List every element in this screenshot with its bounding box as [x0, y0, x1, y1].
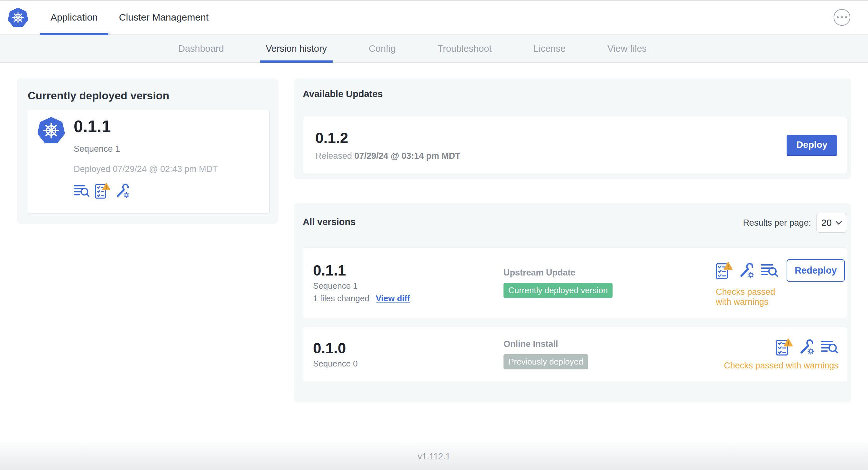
- subnav-dashboard-label: Dashboard: [178, 43, 224, 54]
- released-prefix: Released: [315, 151, 354, 161]
- view-logs-icon[interactable]: [821, 340, 838, 354]
- subnav-config-label: Config: [369, 43, 396, 54]
- subnav-license-label: License: [533, 43, 566, 54]
- row-source-info: Online Install Previously deployed: [503, 339, 716, 369]
- update-released-line: Released 07/29/24 @ 03:14 pm MDT: [315, 151, 460, 161]
- redeploy-button[interactable]: Redeploy: [786, 259, 845, 282]
- version-row-0-1-0: 0.1.0 Sequence 0 Online Install Previous…: [303, 327, 847, 382]
- subnav-troubleshoot-label: Troubleshoot: [438, 43, 492, 54]
- kubernetes-app-icon: [38, 117, 65, 144]
- row-version-number: 0.1.1: [313, 262, 503, 278]
- currently-deployed-panel: Currently deployed version 0.1.1 Sequenc…: [17, 78, 278, 224]
- available-updates-panel: Available Updates 0.1.2 Released 07/29/2…: [294, 78, 851, 179]
- edit-config-icon[interactable]: [739, 262, 754, 278]
- app-footer: v1.112.1: [0, 443, 868, 470]
- row-files-changed-line: 1 files changed View diff: [313, 294, 503, 303]
- all-versions-panel: All versions Results per page: 20 0.1.1 …: [294, 203, 851, 402]
- preflight-checks-warning-icon[interactable]: [95, 182, 110, 199]
- files-changed-text: 1 files changed: [313, 294, 369, 303]
- overflow-menu-button[interactable]: [834, 9, 850, 26]
- main-content: Currently deployed version 0.1.1 Sequenc…: [0, 63, 868, 443]
- tab-application[interactable]: Application: [40, 0, 108, 35]
- status-badge: Currently deployed version: [503, 283, 613, 298]
- tab-cluster-management[interactable]: Cluster Management: [108, 0, 219, 35]
- chevron-down-icon: [836, 221, 842, 225]
- view-logs-icon[interactable]: [761, 263, 778, 277]
- row-actions: Checks passed with warnings: [716, 338, 838, 371]
- row-source: Upstream Update: [503, 268, 716, 278]
- checks-status-text: Checks passed with warnings: [724, 361, 838, 371]
- checks-status-text: Checks passed with warnings: [716, 287, 778, 307]
- version-rows: 0.1.1 Sequence 1 1 files changed View di…: [303, 247, 847, 382]
- currently-deployed-title: Currently deployed version: [28, 89, 269, 102]
- app-header: Application Cluster Management: [0, 0, 868, 35]
- results-per-page: Results per page: 20: [743, 213, 847, 233]
- currently-deployed-details: 0.1.1 Sequence 1 Deployed 07/29/24 @ 02:…: [74, 117, 218, 213]
- ellipsis-icon: [836, 16, 847, 19]
- results-per-page-label: Results per page:: [743, 218, 811, 228]
- top-divider: [0, 0, 868, 1]
- row-source: Online Install: [503, 339, 716, 349]
- edit-config-icon[interactable]: [799, 339, 815, 355]
- console-version-text: v1.112.1: [417, 452, 451, 462]
- subnav-item-license[interactable]: License: [528, 35, 571, 62]
- currently-deployed-card: 0.1.1 Sequence 1 Deployed 07/29/24 @ 02:…: [28, 110, 270, 214]
- app-subnav: Dashboard Version history Config Trouble…: [0, 35, 868, 63]
- row-source-info: Upstream Update Currently deployed versi…: [503, 268, 716, 298]
- row-action-icons: [776, 338, 838, 356]
- row-actions: Redeploy Checks passed with warnings: [716, 259, 845, 307]
- view-logs-icon[interactable]: [74, 184, 90, 197]
- subnav-item-version-history[interactable]: Version history: [260, 35, 333, 62]
- edit-config-icon[interactable]: [116, 183, 130, 198]
- kubernetes-logo-icon: [8, 8, 28, 28]
- version-row-0-1-1: 0.1.1 Sequence 1 1 files changed View di…: [303, 247, 847, 318]
- subnav-view-files-label: View files: [608, 43, 647, 54]
- deploy-button[interactable]: Deploy: [786, 135, 837, 156]
- row-version-info: 0.1.1 Sequence 1 1 files changed View di…: [313, 262, 503, 303]
- admin-console-page: Application Cluster Management Dashboard…: [0, 0, 868, 470]
- row-version-number: 0.1.0: [313, 340, 503, 356]
- current-version-number: 0.1.1: [74, 117, 218, 136]
- subnav-item-config[interactable]: Config: [363, 35, 402, 62]
- preflight-checks-warning-icon[interactable]: [776, 338, 793, 356]
- status-badge: Previously deployed: [503, 354, 588, 369]
- view-diff-link[interactable]: View diff: [376, 294, 410, 303]
- subnav-items: Dashboard Version history Config Trouble…: [173, 35, 652, 62]
- available-updates-title: Available Updates: [303, 89, 842, 99]
- subnav-version-history-label: Version history: [266, 43, 327, 54]
- update-version-number: 0.1.2: [315, 130, 460, 146]
- row-action-icons: Redeploy: [716, 259, 845, 282]
- tab-cluster-management-label: Cluster Management: [119, 12, 209, 23]
- available-update-card: 0.1.2 Released 07/29/24 @ 03:14 pm MDT D…: [303, 117, 847, 174]
- subnav-item-dashboard[interactable]: Dashboard: [173, 35, 230, 62]
- row-sequence: Sequence 1: [313, 281, 503, 291]
- tab-application-label: Application: [51, 12, 98, 23]
- current-version-sequence: Sequence 1: [74, 144, 218, 154]
- row-sequence: Sequence 0: [313, 359, 503, 369]
- all-versions-title: All versions: [303, 217, 355, 227]
- released-date: 07/29/24 @ 03:14 pm MDT: [354, 151, 460, 161]
- current-version-actions: [74, 182, 218, 199]
- preflight-checks-warning-icon[interactable]: [716, 262, 733, 279]
- main-tabs: Application Cluster Management: [40, 0, 219, 35]
- subnav-item-view-files[interactable]: View files: [601, 35, 652, 62]
- subnav-item-troubleshoot[interactable]: Troubleshoot: [432, 35, 497, 62]
- results-per-page-select[interactable]: 20: [816, 213, 847, 233]
- current-version-deployed-date: Deployed 07/29/24 @ 02:43 pm MDT: [74, 164, 218, 174]
- results-per-page-value: 20: [822, 217, 832, 228]
- row-version-info: 0.1.0 Sequence 0: [313, 340, 503, 369]
- available-update-details: 0.1.2 Released 07/29/24 @ 03:14 pm MDT: [315, 130, 460, 161]
